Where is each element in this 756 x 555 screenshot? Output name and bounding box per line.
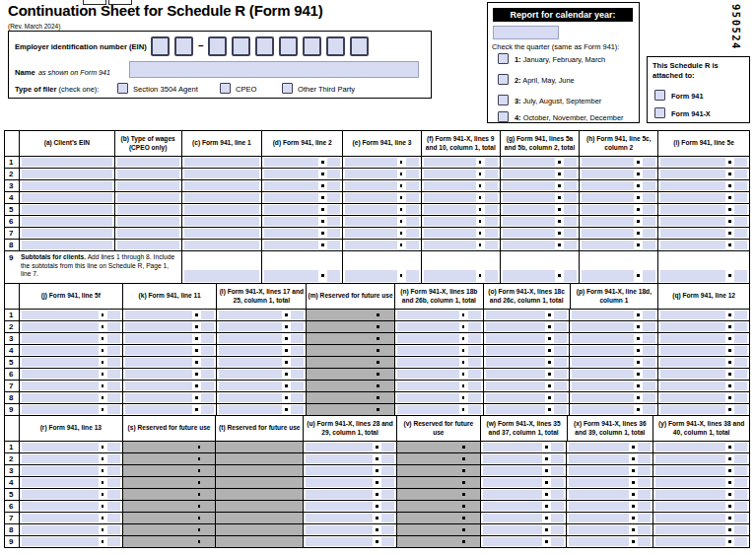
field-w8-cents[interactable] [551, 525, 564, 533]
field-q7-cents[interactable] [734, 382, 747, 389]
attached-form941-checkbox[interactable] [654, 90, 665, 101]
field-l4[interactable] [219, 346, 282, 354]
field-i1-cents[interactable] [734, 158, 747, 166]
field-u2-cents[interactable] [381, 454, 394, 462]
field-u8-cents[interactable] [381, 525, 394, 533]
field-w5-cents[interactable] [551, 490, 564, 498]
field-f7-cents[interactable] [485, 229, 498, 237]
filer-cpeo-checkbox[interactable] [220, 83, 231, 94]
field-u1[interactable] [306, 443, 373, 451]
field-d8[interactable] [264, 241, 318, 248]
field-l5[interactable] [219, 358, 282, 366]
field-k4[interactable] [125, 346, 193, 354]
field-k5[interactable] [125, 358, 193, 366]
field-f6-cents[interactable] [485, 217, 498, 225]
field-w7-cents[interactable] [551, 514, 564, 521]
field-x8-cents[interactable] [638, 525, 651, 533]
field-p9[interactable] [572, 405, 634, 413]
field-f3-cents[interactable] [485, 181, 498, 189]
field-j2[interactable] [22, 322, 99, 330]
field-g9[interactable] [503, 270, 556, 282]
field-q8-cents[interactable] [734, 393, 747, 401]
field-l5-cents[interactable] [291, 358, 304, 366]
field-y5-cents[interactable] [734, 490, 747, 498]
field-u5[interactable] [306, 490, 373, 498]
field-x7-cents[interactable] [638, 514, 651, 521]
field-f2[interactable] [424, 170, 476, 177]
field-y7-cents[interactable] [734, 514, 747, 521]
field-e9-cents[interactable] [406, 270, 419, 282]
field-l6-cents[interactable] [291, 370, 304, 378]
field-e8-cents[interactable] [406, 241, 419, 248]
field-o4[interactable] [486, 346, 546, 354]
field-r4[interactable] [22, 478, 99, 486]
field-a3[interactable] [22, 181, 112, 189]
field-p4[interactable] [572, 346, 634, 354]
field-n1-cents[interactable] [468, 311, 481, 318]
quarter-3-checkbox[interactable] [498, 95, 509, 105]
field-q2-cents[interactable] [734, 322, 747, 330]
field-c4[interactable] [184, 193, 260, 201]
field-j7-cents[interactable] [107, 382, 120, 389]
field-h6[interactable] [582, 217, 634, 225]
field-d1[interactable] [264, 158, 318, 166]
attached-form941x-checkbox[interactable] [654, 107, 665, 118]
field-i6[interactable] [660, 217, 725, 225]
field-c5[interactable] [184, 205, 260, 213]
field-p5[interactable] [572, 358, 634, 366]
field-p2-cents[interactable] [643, 322, 655, 330]
field-y3-cents[interactable] [734, 466, 747, 474]
field-b6[interactable] [117, 217, 179, 225]
field-p4-cents[interactable] [643, 346, 655, 354]
field-i4[interactable] [660, 193, 725, 201]
field-g3-cents[interactable] [564, 181, 577, 189]
field-y3[interactable] [655, 466, 725, 474]
field-e2[interactable] [345, 170, 397, 177]
field-r3[interactable] [22, 466, 99, 474]
field-k6[interactable] [125, 370, 193, 378]
field-h1-cents[interactable] [643, 158, 655, 166]
field-h9[interactable] [582, 270, 634, 282]
field-g7[interactable] [503, 229, 556, 237]
field-x9[interactable] [569, 537, 629, 545]
field-n9[interactable] [397, 405, 459, 413]
field-q1-cents[interactable] [734, 311, 747, 318]
field-w9-cents[interactable] [551, 537, 564, 545]
field-o2-cents[interactable] [554, 322, 567, 330]
field-q3-cents[interactable] [734, 334, 747, 342]
field-q3[interactable] [660, 334, 725, 342]
field-a8[interactable] [22, 241, 112, 248]
field-i6-cents[interactable] [734, 217, 747, 225]
field-h1[interactable] [582, 158, 634, 166]
field-i8[interactable] [660, 241, 725, 248]
field-y4-cents[interactable] [734, 478, 747, 486]
field-d7-cents[interactable] [327, 229, 340, 237]
field-o1[interactable] [486, 311, 546, 318]
field-j5[interactable] [22, 358, 99, 366]
field-u4[interactable] [306, 478, 373, 486]
field-d3-cents[interactable] [327, 181, 340, 189]
field-r9[interactable] [22, 537, 99, 545]
field-n3-cents[interactable] [468, 334, 481, 342]
field-n8-cents[interactable] [468, 393, 481, 401]
field-u5-cents[interactable] [381, 490, 394, 498]
field-y2[interactable] [655, 454, 725, 462]
field-a2[interactable] [22, 170, 112, 177]
field-x6[interactable] [569, 502, 629, 510]
field-g2-cents[interactable] [564, 170, 577, 177]
field-c8[interactable] [184, 241, 260, 248]
field-d2[interactable] [264, 170, 318, 177]
field-j3-cents[interactable] [107, 334, 120, 342]
field-k9[interactable] [125, 405, 193, 413]
field-w3[interactable] [483, 466, 543, 474]
field-k4-cents[interactable] [201, 346, 214, 354]
field-j1[interactable] [22, 311, 99, 318]
field-l3-cents[interactable] [291, 334, 304, 342]
field-f8[interactable] [424, 241, 476, 248]
field-c1[interactable] [184, 158, 260, 166]
field-e3[interactable] [345, 181, 397, 189]
field-b7[interactable] [117, 229, 179, 237]
field-w1[interactable] [483, 443, 543, 451]
field-p9-cents[interactable] [643, 405, 655, 413]
field-h8[interactable] [582, 241, 634, 248]
